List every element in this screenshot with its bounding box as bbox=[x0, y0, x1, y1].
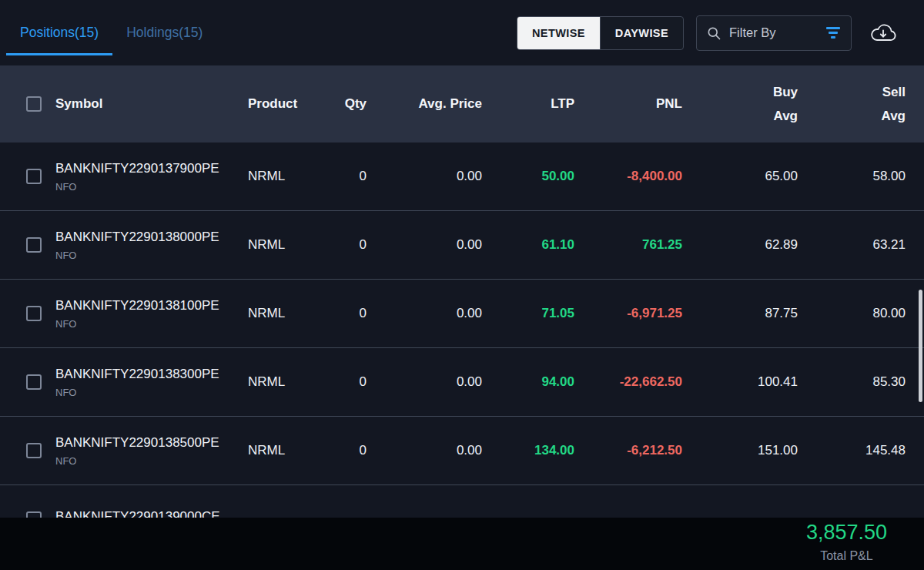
buy-avg-cell: 65.00 bbox=[702, 169, 818, 184]
position-row[interactable]: BANKNIFTY2290138100PE NFO NRML 0 0.00 71… bbox=[0, 280, 924, 348]
buy-avg-cell: 62.89 bbox=[702, 237, 818, 253]
tab-positions-label: Positions(15) bbox=[20, 25, 99, 41]
col-ltp: LTP bbox=[502, 96, 594, 112]
col-buy-avg: Buy Avg bbox=[702, 80, 818, 129]
tab-holdings-label: Holdings(15) bbox=[126, 25, 203, 41]
ltp-cell: 50.00 bbox=[502, 169, 594, 184]
col-avg-price: Avg. Price bbox=[387, 96, 502, 112]
buy-avg-cell: 100.41 bbox=[702, 374, 818, 390]
avg-price-cell: 0.00 bbox=[387, 374, 502, 390]
filter-input[interactable]: Filter By bbox=[696, 15, 852, 51]
avg-price-cell: 0.00 bbox=[387, 237, 502, 253]
qty-cell: 0 bbox=[333, 443, 387, 458]
avg-price-cell: 0.00 bbox=[387, 306, 502, 321]
symbol-exchange: NFO bbox=[55, 181, 248, 193]
sell-avg-cell: 145.48 bbox=[818, 443, 906, 458]
symbol-exchange: NFO bbox=[55, 387, 248, 398]
col-product: Product bbox=[248, 96, 333, 112]
col-symbol: Symbol bbox=[55, 96, 248, 112]
row-checkbox[interactable] bbox=[26, 169, 42, 184]
col-sell-avg: Sell Avg bbox=[818, 80, 906, 129]
cloud-download-icon bbox=[870, 22, 896, 43]
col-pnl: PNL bbox=[594, 96, 702, 112]
sell-avg-cell: 63.21 bbox=[818, 237, 906, 253]
symbol-exchange: NFO bbox=[55, 250, 248, 261]
qty-cell: 0 bbox=[333, 237, 387, 253]
total-pnl-block: 3,857.50 Total P&L bbox=[806, 521, 887, 563]
view-toggle-option-daywise[interactable]: DAYWISE bbox=[600, 17, 683, 49]
tab-holdings[interactable]: Holdings(15) bbox=[112, 0, 216, 65]
pnl-cell: -22,662.50 bbox=[594, 374, 702, 390]
sell-avg-cell: 80.00 bbox=[818, 306, 906, 321]
position-row[interactable]: BANKNIFTY2290138300PE NFO NRML 0 0.00 94… bbox=[0, 348, 924, 417]
symbol-name: BANKNIFTY2290138000PE bbox=[55, 230, 248, 245]
position-row[interactable]: BANKNIFTY2290138500PE NFO NRML 0 0.00 13… bbox=[0, 417, 924, 485]
tabs: Positions(15) Holdings(15) bbox=[6, 0, 216, 65]
ltp-cell: 61.10 bbox=[502, 237, 594, 253]
pnl-cell: -8,400.00 bbox=[594, 169, 702, 184]
symbol-cell: BANKNIFTY2290138100PE NFO bbox=[55, 298, 248, 330]
symbol-cell: BANKNIFTY2290138300PE NFO bbox=[55, 367, 248, 398]
qty-cell: 0 bbox=[333, 169, 387, 184]
filter-icon[interactable] bbox=[825, 24, 842, 42]
scrollbar-thumb[interactable] bbox=[919, 290, 922, 402]
select-all-cell bbox=[12, 96, 55, 112]
symbol-name: BANKNIFTY2290138500PE bbox=[55, 435, 248, 451]
row-checkbox[interactable] bbox=[26, 237, 42, 253]
symbol-cell: BANKNIFTY2290137900PE NFO bbox=[55, 161, 248, 193]
product-cell: NRML bbox=[248, 374, 333, 390]
row-checkbox-cell bbox=[12, 306, 55, 321]
qty-cell: 0 bbox=[333, 374, 387, 390]
row-checkbox[interactable] bbox=[26, 443, 42, 458]
summary-footer: 3,857.50 Total P&L bbox=[0, 518, 924, 570]
filter-placeholder: Filter By bbox=[729, 25, 817, 40]
ltp-cell: 71.05 bbox=[502, 306, 594, 321]
symbol-name: BANKNIFTY2290138100PE bbox=[55, 298, 248, 314]
buy-avg-cell: 87.75 bbox=[702, 306, 818, 321]
cloud-download-button[interactable] bbox=[870, 22, 896, 43]
sell-avg-cell: 85.30 bbox=[818, 374, 906, 390]
table-header: Symbol Product Qty Avg. Price LTP PNL Bu… bbox=[0, 65, 924, 142]
product-cell: NRML bbox=[248, 306, 333, 321]
symbol-cell: BANKNIFTY2290138000PE NFO bbox=[55, 230, 248, 261]
symbol-exchange: NFO bbox=[55, 318, 248, 330]
symbol-name: BANKNIFTY2290138300PE bbox=[55, 367, 248, 382]
total-pnl-label: Total P&L bbox=[820, 549, 872, 563]
top-bar: Positions(15) Holdings(15) NETWISE DAYWI… bbox=[0, 0, 924, 65]
table-body: BANKNIFTY2290137900PE NFO NRML 0 0.00 50… bbox=[0, 142, 924, 554]
select-all-checkbox[interactable] bbox=[26, 96, 42, 112]
ltp-cell: 134.00 bbox=[502, 443, 594, 458]
symbol-exchange: NFO bbox=[55, 455, 248, 467]
buy-avg-cell: 151.00 bbox=[702, 443, 818, 458]
position-row[interactable]: BANKNIFTY2290138000PE NFO NRML 0 0.00 61… bbox=[0, 211, 924, 280]
symbol-name: BANKNIFTY2290137900PE bbox=[55, 161, 248, 176]
sell-avg-cell: 58.00 bbox=[818, 169, 906, 184]
avg-price-cell: 0.00 bbox=[387, 169, 502, 184]
search-icon bbox=[706, 25, 721, 41]
row-checkbox-cell bbox=[12, 237, 55, 253]
pnl-cell: -6,212.50 bbox=[594, 443, 702, 458]
position-row[interactable]: BANKNIFTY2290137900PE NFO NRML 0 0.00 50… bbox=[0, 142, 924, 211]
product-cell: NRML bbox=[248, 237, 333, 253]
symbol-cell: BANKNIFTY2290138500PE NFO bbox=[55, 435, 248, 467]
product-cell: NRML bbox=[248, 443, 333, 458]
pnl-cell: 761.25 bbox=[594, 237, 702, 253]
ltp-cell: 94.00 bbox=[502, 374, 594, 390]
row-checkbox-cell bbox=[12, 443, 55, 458]
tab-positions[interactable]: Positions(15) bbox=[6, 0, 112, 65]
view-toggle: NETWISE DAYWISE bbox=[517, 16, 684, 50]
view-toggle-option-netwise[interactable]: NETWISE bbox=[517, 17, 600, 49]
avg-price-cell: 0.00 bbox=[387, 443, 502, 458]
total-pnl-value: 3,857.50 bbox=[806, 521, 887, 545]
row-checkbox-cell bbox=[12, 374, 55, 390]
row-checkbox[interactable] bbox=[26, 374, 42, 390]
row-checkbox[interactable] bbox=[26, 306, 42, 321]
qty-cell: 0 bbox=[333, 306, 387, 321]
pnl-cell: -6,971.25 bbox=[594, 306, 702, 321]
product-cell: NRML bbox=[248, 169, 333, 184]
row-checkbox-cell bbox=[12, 169, 55, 184]
col-qty: Qty bbox=[333, 96, 387, 112]
